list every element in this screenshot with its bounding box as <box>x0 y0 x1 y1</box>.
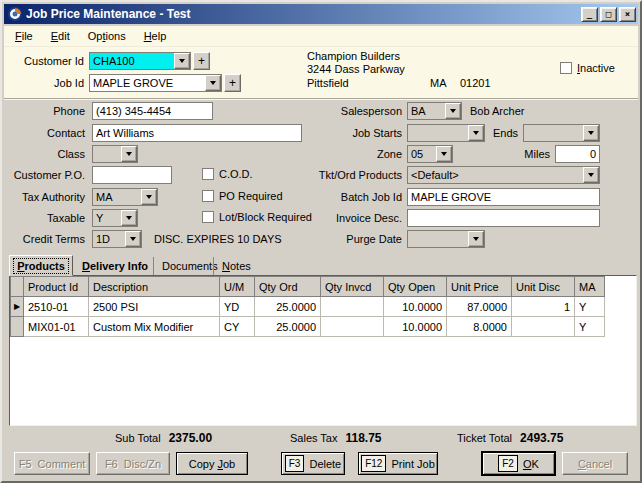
f2-ok-button[interactable]: F2 OK <box>481 451 556 476</box>
checkbox-icon[interactable] <box>560 62 572 74</box>
col-um[interactable]: U/M <box>220 277 255 297</box>
job-starts-combo[interactable] <box>407 124 485 142</box>
purge-date-label: Purge Date <box>302 233 402 245</box>
job-starts-label: Job Starts <box>302 127 402 139</box>
col-description[interactable]: Description <box>89 277 220 297</box>
tab-delivery-info[interactable]: Delivery Info <box>74 257 156 275</box>
close-icon[interactable]: × <box>619 7 636 22</box>
ends-combo[interactable] <box>523 124 600 142</box>
zone-combo[interactable]: 05 <box>407 145 453 163</box>
cancel-button: Cancel <box>562 452 628 475</box>
credit-terms-combo[interactable]: 1D <box>92 230 142 248</box>
current-row-arrow-icon: ▶ <box>11 297 24 317</box>
tkt-ord-products-combo[interactable]: <Default> <box>407 166 600 184</box>
job-add-button[interactable]: + <box>224 74 241 92</box>
col-qty-ord[interactable]: Qty Ord <box>255 277 321 297</box>
ticket-total: Ticket Total2493.75 <box>457 431 563 445</box>
invoice-desc-field[interactable] <box>407 209 600 227</box>
checkbox-icon[interactable] <box>202 211 214 223</box>
col-qty-invcd[interactable]: Qty Invcd <box>321 277 384 297</box>
address-state: MA <box>430 77 447 89</box>
sub-total-label: Sub Total <box>115 432 161 444</box>
customer-id-label: Customer Id <box>2 55 84 67</box>
chevron-down-icon[interactable] <box>121 210 137 226</box>
minimize-icon[interactable]: _ <box>581 7 598 22</box>
sub-total: Sub Total2375.00 <box>115 431 212 445</box>
grid-header-row: Product Id Description U/M Qty Ord Qty I… <box>11 277 605 297</box>
menu-file[interactable]: File <box>6 28 42 44</box>
sales-tax-label: Sales Tax <box>290 432 338 444</box>
contact-field[interactable] <box>92 124 302 142</box>
tab-notes[interactable]: Notes <box>213 257 259 275</box>
col-unit-price[interactable]: Unit Price <box>447 277 512 297</box>
address-city: Pittsfield <box>307 77 349 89</box>
chevron-down-icon[interactable] <box>436 146 452 162</box>
maximize-icon[interactable]: □ <box>600 7 617 22</box>
chevron-down-icon[interactable] <box>468 125 484 141</box>
taxable-label: Taxable <box>2 212 85 224</box>
contact-label: Contact <box>2 127 85 139</box>
checkbox-icon[interactable] <box>202 190 214 202</box>
purge-date-combo[interactable] <box>407 230 485 248</box>
miles-label: Miles <box>492 148 550 160</box>
chevron-down-icon[interactable] <box>468 231 484 247</box>
f5-comment-button: F5 Comment <box>14 452 90 475</box>
ticket-total-value: 2493.75 <box>520 431 563 445</box>
checkbox-icon[interactable] <box>202 168 214 180</box>
chevron-down-icon[interactable] <box>125 231 141 247</box>
row-selector-header <box>11 277 24 297</box>
col-product-id[interactable]: Product Id <box>24 277 89 297</box>
f2-keycap: F2 <box>498 455 518 472</box>
class-label: Class <box>2 148 85 160</box>
f12-print-job-button[interactable]: F12 Print Job <box>358 452 438 475</box>
address-line1: Champion Builders <box>307 50 400 62</box>
po-required-checkbox[interactable]: PO Required <box>202 190 283 202</box>
f3-keycap: F3 <box>285 455 305 472</box>
table-row[interactable]: ▶ 2510-01 2500 PSI YD 25.0000 10.0000 87… <box>11 297 605 317</box>
col-qty-open[interactable]: Qty Open <box>384 277 447 297</box>
chevron-down-icon[interactable] <box>121 146 137 162</box>
salesperson-combo[interactable]: BA <box>407 102 462 120</box>
window-title: Job Price Maintenance - Test <box>26 7 579 21</box>
customer-po-field[interactable] <box>92 166 172 184</box>
job-id-combo[interactable]: MAPLE GROVE <box>89 74 222 92</box>
copy-job-button[interactable]: Copy Job <box>176 452 248 475</box>
chevron-down-icon[interactable] <box>445 103 461 119</box>
menu-edit[interactable]: Edit <box>42 28 79 44</box>
chevron-down-icon[interactable] <box>141 189 157 205</box>
menu-help[interactable]: Help <box>135 28 176 44</box>
inactive-checkbox[interactable]: Inactive <box>560 62 615 74</box>
invoice-desc-label: Invoice Desc. <box>302 212 402 224</box>
ends-label: Ends <box>492 127 518 139</box>
products-grid[interactable]: Product Id Description U/M Qty Ord Qty I… <box>9 275 637 426</box>
table-row[interactable]: MIX01-01 Custom Mix Modifier CY 25.0000 … <box>11 317 605 337</box>
address-line2: 3244 Dass Parkway <box>307 63 405 75</box>
tkt-ord-products-label: Tkt/Ord Products <box>302 169 402 181</box>
miles-field[interactable] <box>555 145 600 163</box>
col-ma[interactable]: MA <box>575 277 605 297</box>
chevron-down-icon[interactable] <box>205 75 221 91</box>
customer-id-combo[interactable]: CHA100 <box>89 52 191 70</box>
lot-block-required-checkbox[interactable]: Lot/Block Required <box>202 211 312 223</box>
menu-options[interactable]: Options <box>79 28 135 44</box>
zone-label: Zone <box>302 148 402 160</box>
tab-products[interactable]: Products <box>9 255 73 276</box>
chevron-down-icon[interactable] <box>583 167 599 183</box>
job-price-maintenance-window: Job Price Maintenance - Test _ □ × File … <box>0 0 642 483</box>
customer-add-button[interactable]: + <box>193 52 210 70</box>
batch-job-id-label: Batch Job Id <box>302 191 402 203</box>
cod-checkbox[interactable]: C.O.D. <box>202 168 253 180</box>
f6-disc-zn-button: F6 Disc/Zn <box>96 452 170 475</box>
tax-authority-combo[interactable]: MA <box>92 188 158 206</box>
class-combo[interactable] <box>92 145 138 163</box>
batch-job-id-field[interactable] <box>407 188 600 206</box>
phone-field[interactable] <box>92 102 213 120</box>
f3-delete-button[interactable]: F3 Delete <box>281 452 345 475</box>
col-unit-disc[interactable]: Unit Disc <box>512 277 575 297</box>
app-icon <box>8 7 22 21</box>
chevron-down-icon[interactable] <box>174 53 190 69</box>
f12-keycap: F12 <box>361 455 386 472</box>
chevron-down-icon[interactable] <box>583 125 599 141</box>
taxable-combo[interactable]: Y <box>92 209 138 227</box>
job-id-label: Job Id <box>2 77 84 89</box>
